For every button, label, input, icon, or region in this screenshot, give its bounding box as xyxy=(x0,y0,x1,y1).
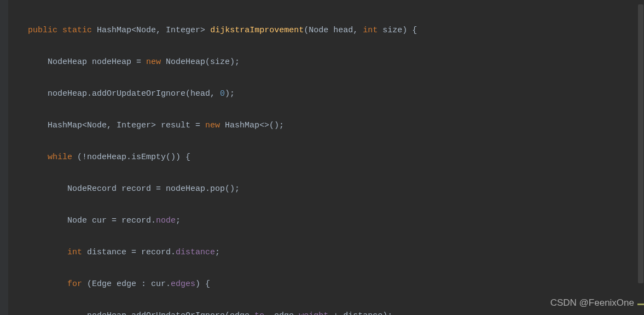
text: , edge. xyxy=(264,311,299,315)
keyword-public: public xyxy=(28,26,57,35)
code-line: NodeRecord record = nodeHeap.pop(); xyxy=(8,181,632,197)
text: NodeRecord record = nodeHeap.pop(); xyxy=(67,184,240,194)
code-line: nodeHeap.addOrUpdateOrIgnore(edge.to, ed… xyxy=(8,308,632,315)
text: nodeHeap.addOrUpdateOrIgnore(head, xyxy=(48,89,220,98)
field-distance: distance xyxy=(176,248,215,257)
code-line: nodeHeap.addOrUpdateOrIgnore(head, 0); xyxy=(8,86,632,102)
text: distance = record. xyxy=(82,248,176,257)
text: ; xyxy=(215,248,220,257)
text: ); xyxy=(225,89,235,98)
code-line: public static HashMap<Node, Integer> dij… xyxy=(8,22,632,38)
text: ; xyxy=(176,216,181,225)
field-node: node xyxy=(156,216,176,225)
params-open: (Node head, xyxy=(304,26,363,35)
keyword-int: int xyxy=(363,26,378,35)
text: NodeHeap nodeHeap = xyxy=(48,57,146,67)
code-line: NodeHeap nodeHeap = new NodeHeap(size); xyxy=(8,54,632,70)
return-type: HashMap<Node, Integer> xyxy=(97,26,205,35)
code-line: int distance = record.distance; xyxy=(8,244,632,260)
vertical-scrollbar[interactable] xyxy=(637,0,644,315)
params-close: size) { xyxy=(378,26,417,35)
text: nodeHeap.addOrUpdateOrIgnore(edge. xyxy=(87,311,254,315)
keyword-while: while xyxy=(48,153,72,162)
scroll-marker xyxy=(637,304,644,305)
code-line: Node cur = record.node; xyxy=(8,213,632,229)
keyword-int: int xyxy=(67,248,82,257)
code-line: while (!nodeHeap.isEmpty()) { xyxy=(8,149,632,165)
text: (Edge edge : cur. xyxy=(82,279,171,289)
watermark: CSDN @FeenixOne xyxy=(550,295,634,311)
keyword-for: for xyxy=(67,279,82,289)
text: + distance); xyxy=(328,311,392,315)
text: NodeHeap(size); xyxy=(161,57,240,67)
field-edges: edges xyxy=(171,279,195,289)
text: ) { xyxy=(195,279,210,289)
scroll-thumb[interactable] xyxy=(638,4,643,283)
number-literal: 0 xyxy=(220,89,225,98)
text: (!nodeHeap.isEmpty()) { xyxy=(72,153,190,162)
field-weight: weight xyxy=(299,311,328,315)
code-line: for (Edge edge : cur.edges) { xyxy=(8,276,632,292)
text: Node cur = record. xyxy=(67,216,156,225)
text: HashMap<>(); xyxy=(220,121,284,130)
keyword-new: new xyxy=(146,57,161,67)
keyword-static: static xyxy=(62,26,92,35)
function-name: dijkstraImprovement xyxy=(210,26,304,35)
code-editor[interactable]: public static HashMap<Node, Integer> dij… xyxy=(0,0,632,315)
text: HashMap<Node, Integer> result = xyxy=(48,121,205,130)
keyword-new: new xyxy=(205,121,220,130)
field-to: to xyxy=(254,311,264,315)
code-line: HashMap<Node, Integer> result = new Hash… xyxy=(8,118,632,133)
